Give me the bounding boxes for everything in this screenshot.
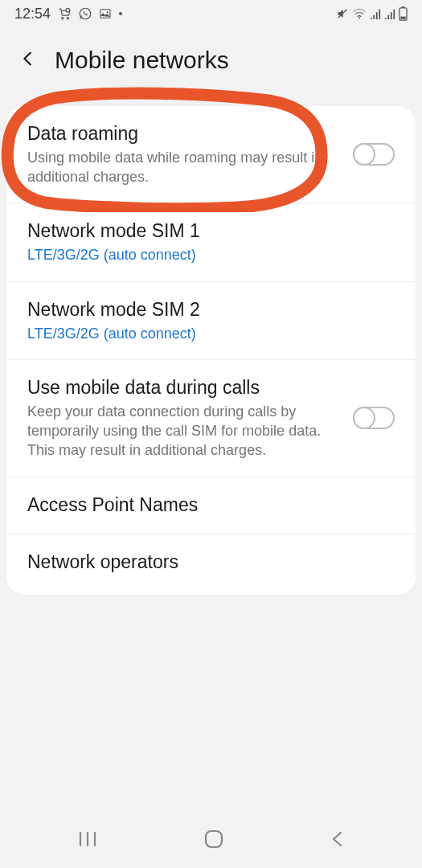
row-apn[interactable]: Access Point Names (6, 477, 416, 534)
row-title: Use mobile data during calls (27, 376, 337, 400)
calls-toggle[interactable] (353, 407, 395, 429)
svg-rect-14 (206, 831, 222, 847)
row-network-operators[interactable]: Network operators (6, 534, 416, 596)
row-mobile-data-calls[interactable]: Use mobile data during calls Keep your d… (6, 360, 416, 477)
status-bar: 12:54 (0, 0, 422, 27)
page-title: Mobile networks (55, 47, 229, 74)
svg-point-2 (66, 8, 70, 12)
row-title: Access Point Names (27, 493, 395, 518)
image-icon (99, 7, 112, 20)
nav-bar (0, 817, 422, 868)
recents-button[interactable] (77, 830, 98, 848)
row-title: Network operators (27, 551, 395, 575)
svg-point-0 (62, 18, 64, 19)
status-time: 12:54 (14, 6, 51, 23)
row-network-mode-sim1[interactable]: Network mode SIM 1 LTE/3G/2G (auto conne… (6, 203, 416, 281)
home-button[interactable] (203, 829, 224, 850)
svg-point-1 (67, 18, 68, 19)
svg-point-5 (107, 11, 109, 13)
svg-rect-9 (402, 6, 405, 8)
row-subtitle: Using mobile data while roaming may resu… (27, 148, 337, 187)
row-data-roaming[interactable]: Data roaming Using mobile data while roa… (6, 106, 416, 203)
row-subtitle: LTE/3G/2G (auto connect) (27, 324, 395, 343)
row-subtitle: Keep your data connection during calls b… (27, 402, 337, 461)
cart-icon (57, 7, 72, 20)
svg-point-6 (119, 12, 122, 15)
row-title: Network mode SIM 2 (27, 298, 395, 322)
settings-card: Data roaming Using mobile data while roa… (6, 106, 416, 595)
row-title: Network mode SIM 1 (27, 219, 395, 244)
more-dot-icon (118, 11, 123, 16)
battery-icon (399, 6, 408, 21)
row-title: Data roaming (27, 122, 337, 146)
mute-icon (336, 7, 349, 20)
roaming-toggle[interactable] (353, 143, 395, 166)
svg-point-7 (358, 17, 360, 18)
row-subtitle: LTE/3G/2G (auto connect) (27, 245, 395, 264)
row-network-mode-sim2[interactable]: Network mode SIM 2 LTE/3G/2G (auto conne… (6, 282, 416, 360)
whatsapp-icon (78, 6, 92, 21)
back-icon[interactable] (19, 50, 37, 71)
svg-rect-10 (400, 17, 405, 19)
page-header: Mobile networks (0, 27, 422, 106)
signal-1-icon (370, 8, 381, 19)
back-button[interactable] (330, 830, 346, 848)
wifi-icon (352, 8, 367, 19)
signal-2-icon (384, 8, 395, 19)
